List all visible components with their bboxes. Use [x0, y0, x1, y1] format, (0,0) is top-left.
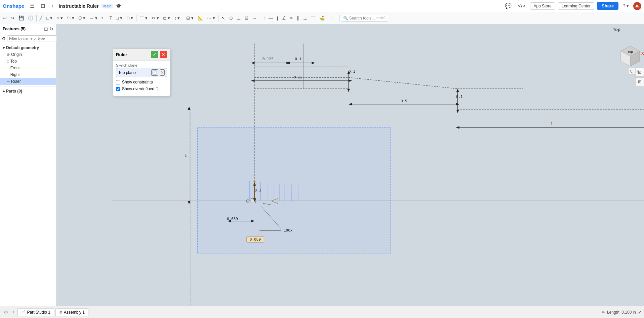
- toggle-panel-btn1[interactable]: ⊡: [635, 68, 644, 77]
- slot-tool[interactable]: ⊓ ▾: [125, 15, 135, 21]
- add-tab-button[interactable]: +: [11, 309, 16, 315]
- redo-button[interactable]: ↪: [9, 15, 16, 21]
- point-tool[interactable]: ⊙: [228, 15, 235, 21]
- undo-button[interactable]: ↩: [1, 15, 8, 21]
- add-button[interactable]: +: [49, 2, 56, 10]
- view-label: Top: [613, 27, 620, 32]
- collinear-tool[interactable]: ⊣⊢: [327, 15, 338, 21]
- vertical-tool[interactable]: |: [275, 15, 280, 21]
- constrain-tool[interactable]: ⊣: [259, 15, 266, 21]
- tree-item-right[interactable]: □ Right: [0, 71, 56, 78]
- tree-item-ruler[interactable]: ✏ Ruler: [0, 78, 56, 85]
- chat-icon-button[interactable]: 💬: [503, 2, 513, 10]
- offset-tool[interactable]: ⊏ ▾: [161, 15, 172, 21]
- plane-clear-button[interactable]: ✕: [160, 69, 165, 76]
- settings-button[interactable]: ⚙: [3, 309, 9, 315]
- cap-icon[interactable]: 🎓: [116, 3, 121, 8]
- trim-tool[interactable]: ✂ ▾: [150, 15, 161, 21]
- sep2: [106, 15, 106, 22]
- select-tool[interactable]: ↖: [220, 15, 227, 21]
- rectangle-tool[interactable]: □ ▾: [45, 15, 54, 21]
- svg-text:0.1: 0.1: [254, 188, 261, 192]
- tree-item-top[interactable]: □ Top: [0, 58, 56, 65]
- canvas-area[interactable]: Ruler ✓ ✕ Sketch plane Top plane 🕐 ✕ Sho…: [56, 24, 644, 306]
- svg-marker-23: [349, 103, 352, 106]
- perpendicular-tool[interactable]: ⊥: [301, 15, 309, 21]
- status-bar: ✏ Length: 0.100 in ⤢: [602, 310, 641, 315]
- image-tool[interactable]: □ ▾: [114, 15, 124, 21]
- branch-badge[interactable]: Main: [102, 4, 114, 8]
- svg-text:0.089: 0.089: [250, 238, 261, 242]
- tree-item-origin[interactable]: ⊕ Origin: [0, 51, 56, 58]
- features-icon-btn2[interactable]: ↻: [49, 26, 53, 32]
- measure-tool[interactable]: 📐: [196, 15, 205, 21]
- avatar[interactable]: JE: [633, 2, 641, 10]
- share-button[interactable]: Share: [597, 2, 618, 10]
- grid-button[interactable]: ⊞: [39, 2, 47, 10]
- fillet-tool[interactable]: ⌒ ▾: [138, 14, 149, 22]
- history-button[interactable]: 🕐: [26, 15, 35, 21]
- tangent-tool[interactable]: ⌒: [309, 14, 317, 22]
- wireframe-icon[interactable]: ⬡: [629, 69, 635, 74]
- dot-tool[interactable]: •: [100, 15, 105, 21]
- midpoint-tool[interactable]: ⊥: [235, 15, 242, 21]
- right-mini-panel: ⊡ ⊞: [635, 68, 644, 86]
- show-constraints-checkbox[interactable]: [116, 80, 120, 84]
- default-geometry-group[interactable]: ▾ Default geometry: [0, 44, 56, 51]
- sketch-confirm-button[interactable]: ✓: [151, 51, 158, 58]
- help-button[interactable]: ? ▾: [621, 3, 631, 9]
- tab-part-studio[interactable]: 📄 Part Studio 1: [17, 308, 54, 316]
- sep3: [136, 15, 136, 22]
- fix-tool[interactable]: ⛳: [318, 15, 326, 21]
- text-tool[interactable]: T: [108, 15, 114, 21]
- sketch-cancel-button[interactable]: ✕: [160, 51, 167, 58]
- search-tools[interactable]: 🔍 Search tools... ⌥⌘C: [341, 15, 388, 22]
- arc-tool[interactable]: ◠ ▾: [65, 15, 76, 21]
- learning-center-button[interactable]: Learning Center: [558, 2, 594, 10]
- filter-input[interactable]: [7, 35, 57, 41]
- toggle-panel-btn2[interactable]: ⊞: [635, 77, 644, 86]
- sketch-panel-body: Sketch plane Top plane 🕐 ✕ Show constrai…: [113, 61, 170, 96]
- show-overdefined-checkbox[interactable]: [116, 87, 120, 91]
- polygon-tool[interactable]: ⬡ ▾: [77, 15, 87, 21]
- svg-marker-15: [312, 62, 315, 64]
- transform-tool[interactable]: ↕ ▾: [172, 15, 182, 21]
- equal-tool[interactable]: =: [288, 15, 294, 21]
- angle-tool[interactable]: ∠: [280, 15, 288, 21]
- tree-item-front[interactable]: □ Front: [0, 65, 56, 71]
- chevron-right-icon: ▸: [3, 89, 5, 94]
- show-constraints-row: Show constraints: [116, 80, 167, 84]
- plane-clock-button[interactable]: 🕐: [151, 69, 158, 76]
- line-tool[interactable]: ╱: [38, 15, 44, 21]
- onshape-logo[interactable]: Onshape: [3, 3, 24, 9]
- svg-line-69: [261, 207, 281, 229]
- svg-marker-12: [286, 62, 290, 64]
- svg-rect-54: [246, 237, 264, 242]
- save-button[interactable]: 💾: [17, 15, 26, 21]
- view-cube[interactable]: Top X: [619, 44, 641, 66]
- part-studio-icon: 📄: [21, 310, 26, 314]
- grid-view-tool[interactable]: ⊞ ▾: [185, 15, 195, 21]
- svg-text:0.125: 0.125: [263, 57, 274, 62]
- svg-marker-21: [347, 89, 350, 92]
- pattern-tool[interactable]: ⋯ ▾: [205, 15, 217, 21]
- svg-text:0.1: 0.1: [456, 95, 463, 99]
- horizontal-tool[interactable]: —: [267, 15, 275, 21]
- coincident-tool[interactable]: ⊡: [243, 15, 250, 21]
- show-constraints-label: Show constraints: [122, 80, 153, 84]
- main-area: Features (5) ⊡ ↻ ⊘ ▾ Default geometry ⊕ …: [0, 24, 644, 306]
- bottom-bar: ⚙ + 📄 Part Studio 1 ⚙ Assembly 1 ✏ Lengt…: [0, 306, 644, 318]
- search-icon: 🔍: [343, 16, 348, 21]
- tab-assembly[interactable]: ⚙ Assembly 1: [55, 308, 88, 316]
- features-icon-btn1[interactable]: ⊡: [44, 26, 48, 32]
- help-icon[interactable]: ?: [156, 86, 159, 92]
- code-icon-button[interactable]: </>: [516, 2, 527, 10]
- parts-group[interactable]: ▸ Parts (0): [0, 88, 56, 95]
- dimension-tool[interactable]: ↔: [251, 15, 258, 21]
- assembly-label: Assembly 1: [64, 310, 85, 315]
- parallel-tool[interactable]: ∥: [295, 15, 301, 21]
- menu-button[interactable]: ☰: [28, 2, 36, 10]
- circle-tool[interactable]: ○ ▾: [55, 15, 64, 21]
- app-store-button[interactable]: App Store: [530, 2, 555, 10]
- spline-tool[interactable]: ～ ▾: [88, 14, 99, 22]
